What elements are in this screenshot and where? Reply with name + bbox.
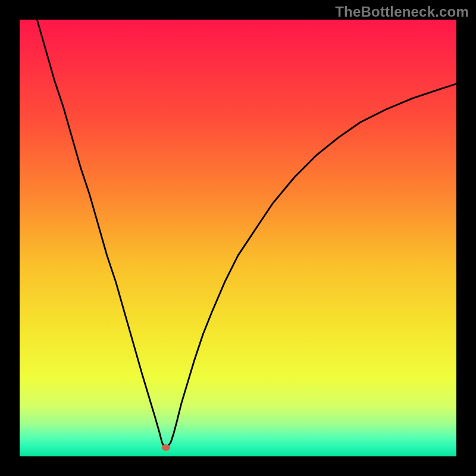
gradient-background [20,20,456,456]
chart-frame: TheBottleneck.com [0,0,476,476]
plot-svg [20,20,456,456]
watermark-text: TheBottleneck.com [335,4,469,20]
optimal-point-marker [162,444,170,451]
plot-area [20,20,456,456]
